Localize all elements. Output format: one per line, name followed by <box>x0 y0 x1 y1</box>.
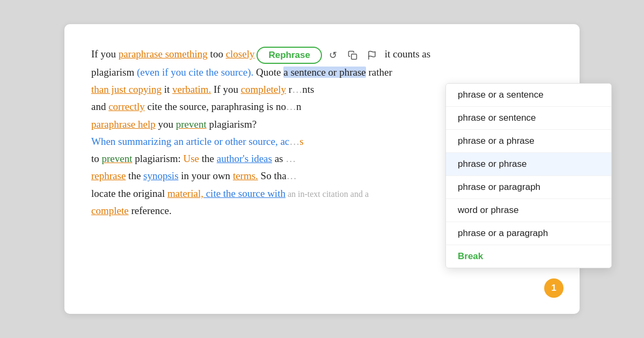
text-correctly: correctly <box>108 101 145 112</box>
text-masked2: … <box>286 101 296 112</box>
text-to: to <box>91 153 102 164</box>
text-use: Use <box>184 153 200 164</box>
text-masked4: … <box>283 153 296 164</box>
text-than-just-copying: than just copying <box>91 84 162 95</box>
text-as-word: as <box>272 153 283 164</box>
copy-button[interactable] <box>345 47 361 63</box>
text-complete: complete <box>91 205 129 216</box>
main-card: If you paraphrase something too closely … <box>64 24 580 314</box>
text-paraphrase-something: paraphrase something <box>119 48 208 60</box>
svg-rect-0 <box>352 54 357 59</box>
text-synopsis: synopsis <box>143 170 178 181</box>
text-a-sentence-or-phrase: a sentence or phrase <box>283 67 366 78</box>
text-the-authors: the <box>199 153 217 164</box>
text-reference: reference. <box>129 205 172 216</box>
text-cite-source2: cite the source with <box>203 188 286 199</box>
text-rephrase: rephrase <box>91 170 126 181</box>
text-line1-start: If you <box>91 48 119 60</box>
text-terms: terms. <box>233 170 258 181</box>
notification-badge: 1 <box>544 278 564 298</box>
dropdown-item-2[interactable]: phrase or a phrase <box>446 130 611 153</box>
text-you: you <box>156 119 176 130</box>
undo-button[interactable]: ↺ <box>325 47 341 63</box>
text-prevent2: prevent <box>102 153 133 164</box>
text-masked6: an in-text citation and a <box>286 189 369 199</box>
dropdown-item-4[interactable]: phrase or paragraph <box>446 176 611 199</box>
text-plagiarism-colon: plagiarism: <box>133 153 184 164</box>
dropdown-item-5[interactable]: word or phrase <box>446 199 611 222</box>
text-plagiarism: plagiarism <box>91 67 137 78</box>
text-it-counts-as: it counts as <box>382 48 430 60</box>
text-n: n <box>296 101 302 112</box>
text-and: and <box>91 101 108 112</box>
dropdown-item-3[interactable]: phrase or phrase <box>446 153 611 176</box>
text-plagiarism-q: plagiarism? <box>207 119 257 130</box>
text-nts: nts <box>302 84 314 95</box>
text-cite-source: cite the source, paraphrasing is no <box>145 101 286 112</box>
text-verbatim: verbatim. <box>172 84 211 95</box>
text-when-summarizing: When summarizing an article or other sou… <box>91 136 289 147</box>
text-in-your-own: in your own <box>179 170 233 181</box>
text-s: s <box>299 136 303 147</box>
rephrase-button[interactable]: Rephrase <box>257 47 321 64</box>
text-so-that: So tha <box>258 170 287 181</box>
dropdown-item-0[interactable]: phrase or a sentence <box>446 84 611 107</box>
dropdown-item-6[interactable]: phrase or a paragraph <box>446 222 611 245</box>
flag-button[interactable] <box>364 47 380 63</box>
text-paraphrase-help: paraphrase help <box>91 119 156 130</box>
text-masked1: … <box>292 84 302 95</box>
text-it: it <box>162 84 172 95</box>
text-even-if: (even if you cite the source). <box>137 67 253 78</box>
text-quote: Quote <box>253 67 283 78</box>
text-prevent1: prevent <box>176 119 207 130</box>
text-authors-ideas: author's ideas <box>217 153 272 164</box>
dropdown-item-break[interactable]: Break <box>446 245 611 268</box>
text-closely: closely <box>226 48 255 60</box>
dropdown-item-1[interactable]: phrase or sentence <box>446 107 611 130</box>
text-masked5: … <box>287 170 297 181</box>
text-locate: locate the original <box>91 188 167 199</box>
text-the: the <box>126 170 143 181</box>
text-rather: rather <box>366 67 392 78</box>
suggestions-dropdown: phrase or a sentence phrase or sentence … <box>445 83 612 268</box>
text-masked3: … <box>289 136 299 147</box>
text-material: material, <box>167 188 203 199</box>
text-if-you-completely: If you completely r <box>211 84 292 95</box>
text-too: too <box>208 48 226 60</box>
rephrase-btn-area: Rephrase ↺ <box>257 47 379 64</box>
